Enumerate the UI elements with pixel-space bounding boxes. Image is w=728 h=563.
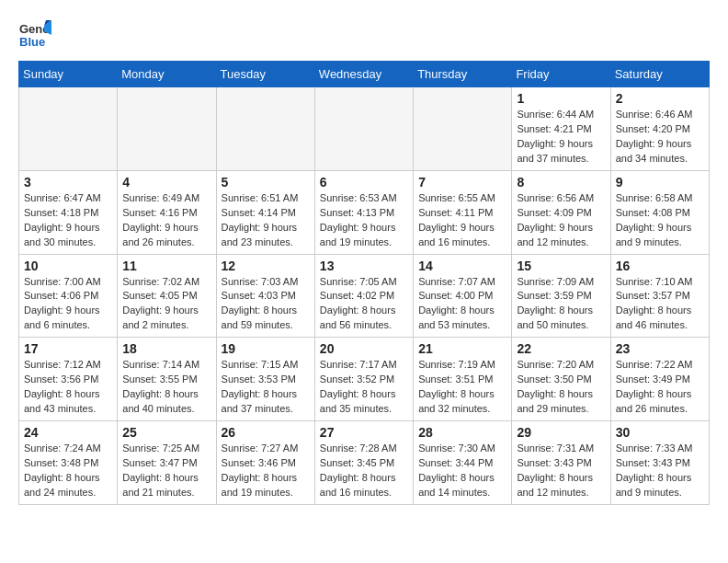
day-number: 16 bbox=[616, 259, 704, 273]
calendar-cell: 3Sunrise: 6:47 AM Sunset: 4:18 PM Daylig… bbox=[19, 170, 118, 254]
day-info: Sunrise: 7:03 AM Sunset: 4:03 PM Dayligh… bbox=[222, 275, 310, 334]
day-number: 23 bbox=[616, 341, 704, 356]
day-info: Sunrise: 7:14 AM Sunset: 3:55 PM Dayligh… bbox=[122, 358, 210, 417]
page-header: General Blue bbox=[18, 18, 710, 52]
svg-text:Blue: Blue bbox=[19, 35, 45, 49]
day-info: Sunrise: 6:47 AM Sunset: 4:18 PM Dayligh… bbox=[24, 191, 112, 250]
calendar-cell: 11Sunrise: 7:02 AM Sunset: 4:05 PM Dayli… bbox=[118, 254, 216, 338]
day-info: Sunrise: 7:07 AM Sunset: 4:00 PM Dayligh… bbox=[418, 275, 506, 334]
day-info: Sunrise: 7:20 AM Sunset: 3:50 PM Dayligh… bbox=[517, 358, 605, 417]
day-number: 30 bbox=[616, 425, 704, 440]
weekday-header-thursday: Thursday bbox=[414, 62, 512, 87]
day-info: Sunrise: 7:10 AM Sunset: 3:57 PM Dayligh… bbox=[616, 275, 704, 334]
day-info: Sunrise: 7:05 AM Sunset: 4:02 PM Dayligh… bbox=[320, 275, 408, 334]
calendar-cell: 9Sunrise: 6:58 AM Sunset: 4:08 PM Daylig… bbox=[610, 170, 709, 254]
day-number: 8 bbox=[517, 175, 605, 190]
day-info: Sunrise: 7:02 AM Sunset: 4:05 PM Dayligh… bbox=[122, 275, 210, 334]
day-number: 11 bbox=[122, 259, 210, 273]
calendar-cell bbox=[414, 87, 512, 171]
day-info: Sunrise: 7:19 AM Sunset: 3:51 PM Dayligh… bbox=[418, 358, 506, 417]
logo-icon: General Blue bbox=[18, 18, 51, 52]
day-info: Sunrise: 7:31 AM Sunset: 3:43 PM Dayligh… bbox=[517, 442, 605, 500]
day-number: 26 bbox=[222, 425, 310, 440]
calendar-cell bbox=[216, 87, 314, 171]
calendar-body: 1Sunrise: 6:44 AM Sunset: 4:21 PM Daylig… bbox=[19, 87, 710, 505]
calendar-cell: 30Sunrise: 7:33 AM Sunset: 3:43 PM Dayli… bbox=[610, 421, 709, 505]
day-number: 27 bbox=[320, 425, 408, 440]
day-info: Sunrise: 7:15 AM Sunset: 3:53 PM Dayligh… bbox=[222, 358, 310, 417]
day-number: 15 bbox=[517, 259, 605, 273]
day-number: 3 bbox=[24, 175, 112, 190]
day-number: 28 bbox=[418, 425, 506, 440]
day-info: Sunrise: 7:12 AM Sunset: 3:56 PM Dayligh… bbox=[24, 358, 112, 417]
calendar-cell: 25Sunrise: 7:25 AM Sunset: 3:47 PM Dayli… bbox=[118, 421, 216, 505]
day-info: Sunrise: 6:56 AM Sunset: 4:09 PM Dayligh… bbox=[517, 191, 605, 250]
weekday-header-tuesday: Tuesday bbox=[216, 62, 314, 87]
day-info: Sunrise: 7:17 AM Sunset: 3:52 PM Dayligh… bbox=[320, 358, 408, 417]
day-number: 2 bbox=[616, 91, 704, 106]
day-info: Sunrise: 7:28 AM Sunset: 3:45 PM Dayligh… bbox=[320, 442, 408, 500]
weekday-header-wednesday: Wednesday bbox=[314, 62, 413, 87]
calendar-cell: 22Sunrise: 7:20 AM Sunset: 3:50 PM Dayli… bbox=[512, 338, 610, 421]
calendar-cell: 17Sunrise: 7:12 AM Sunset: 3:56 PM Dayli… bbox=[19, 338, 118, 421]
day-info: Sunrise: 7:27 AM Sunset: 3:46 PM Dayligh… bbox=[222, 442, 310, 500]
calendar-cell: 5Sunrise: 6:51 AM Sunset: 4:14 PM Daylig… bbox=[216, 170, 314, 254]
calendar-cell: 19Sunrise: 7:15 AM Sunset: 3:53 PM Dayli… bbox=[216, 338, 314, 421]
week-row-3: 10Sunrise: 7:00 AM Sunset: 4:06 PM Dayli… bbox=[19, 254, 710, 338]
calendar-cell: 1Sunrise: 6:44 AM Sunset: 4:21 PM Daylig… bbox=[512, 87, 610, 171]
day-number: 5 bbox=[222, 175, 310, 190]
weekday-header-row: SundayMondayTuesdayWednesdayThursdayFrid… bbox=[19, 62, 710, 87]
day-number: 9 bbox=[616, 175, 704, 190]
day-info: Sunrise: 6:51 AM Sunset: 4:14 PM Dayligh… bbox=[222, 191, 310, 250]
day-number: 1 bbox=[517, 91, 605, 106]
calendar-table: SundayMondayTuesdayWednesdayThursdayFrid… bbox=[18, 61, 710, 505]
day-info: Sunrise: 6:49 AM Sunset: 4:16 PM Dayligh… bbox=[122, 191, 210, 250]
calendar-cell: 4Sunrise: 6:49 AM Sunset: 4:16 PM Daylig… bbox=[118, 170, 216, 254]
logo: General Blue bbox=[18, 18, 55, 52]
calendar-cell: 18Sunrise: 7:14 AM Sunset: 3:55 PM Dayli… bbox=[118, 338, 216, 421]
calendar-cell: 7Sunrise: 6:55 AM Sunset: 4:11 PM Daylig… bbox=[414, 170, 512, 254]
day-number: 18 bbox=[122, 341, 210, 356]
week-row-2: 3Sunrise: 6:47 AM Sunset: 4:18 PM Daylig… bbox=[19, 170, 710, 254]
calendar-cell: 12Sunrise: 7:03 AM Sunset: 4:03 PM Dayli… bbox=[216, 254, 314, 338]
calendar-cell: 23Sunrise: 7:22 AM Sunset: 3:49 PM Dayli… bbox=[610, 338, 709, 421]
day-number: 24 bbox=[24, 425, 112, 440]
calendar-cell: 6Sunrise: 6:53 AM Sunset: 4:13 PM Daylig… bbox=[314, 170, 413, 254]
day-info: Sunrise: 7:30 AM Sunset: 3:44 PM Dayligh… bbox=[418, 442, 506, 500]
week-row-5: 24Sunrise: 7:24 AM Sunset: 3:48 PM Dayli… bbox=[19, 421, 710, 505]
weekday-header-saturday: Saturday bbox=[610, 62, 709, 87]
day-info: Sunrise: 7:22 AM Sunset: 3:49 PM Dayligh… bbox=[616, 358, 704, 417]
weekday-header-monday: Monday bbox=[118, 62, 216, 87]
day-number: 29 bbox=[517, 425, 605, 440]
calendar-cell: 29Sunrise: 7:31 AM Sunset: 3:43 PM Dayli… bbox=[512, 421, 610, 505]
weekday-header-sunday: Sunday bbox=[19, 62, 118, 87]
day-number: 17 bbox=[24, 341, 112, 356]
calendar-cell: 8Sunrise: 6:56 AM Sunset: 4:09 PM Daylig… bbox=[512, 170, 610, 254]
calendar-cell: 21Sunrise: 7:19 AM Sunset: 3:51 PM Dayli… bbox=[414, 338, 512, 421]
day-info: Sunrise: 7:24 AM Sunset: 3:48 PM Dayligh… bbox=[24, 442, 112, 500]
calendar-cell: 20Sunrise: 7:17 AM Sunset: 3:52 PM Dayli… bbox=[314, 338, 413, 421]
day-number: 10 bbox=[24, 259, 112, 273]
day-number: 13 bbox=[320, 259, 408, 273]
calendar-cell: 10Sunrise: 7:00 AM Sunset: 4:06 PM Dayli… bbox=[19, 254, 118, 338]
calendar-cell: 16Sunrise: 7:10 AM Sunset: 3:57 PM Dayli… bbox=[610, 254, 709, 338]
day-number: 21 bbox=[418, 341, 506, 356]
weekday-header-friday: Friday bbox=[512, 62, 610, 87]
day-info: Sunrise: 6:53 AM Sunset: 4:13 PM Dayligh… bbox=[320, 191, 408, 250]
day-number: 14 bbox=[418, 259, 506, 273]
calendar-cell: 27Sunrise: 7:28 AM Sunset: 3:45 PM Dayli… bbox=[314, 421, 413, 505]
day-info: Sunrise: 7:25 AM Sunset: 3:47 PM Dayligh… bbox=[122, 442, 210, 500]
calendar-cell: 13Sunrise: 7:05 AM Sunset: 4:02 PM Dayli… bbox=[314, 254, 413, 338]
day-info: Sunrise: 6:55 AM Sunset: 4:11 PM Dayligh… bbox=[418, 191, 506, 250]
calendar-cell bbox=[118, 87, 216, 171]
day-info: Sunrise: 7:00 AM Sunset: 4:06 PM Dayligh… bbox=[24, 275, 112, 334]
day-info: Sunrise: 7:33 AM Sunset: 3:43 PM Dayligh… bbox=[616, 442, 704, 500]
day-info: Sunrise: 6:58 AM Sunset: 4:08 PM Dayligh… bbox=[616, 191, 704, 250]
week-row-1: 1Sunrise: 6:44 AM Sunset: 4:21 PM Daylig… bbox=[19, 87, 710, 171]
calendar-cell: 14Sunrise: 7:07 AM Sunset: 4:00 PM Dayli… bbox=[414, 254, 512, 338]
calendar-cell: 24Sunrise: 7:24 AM Sunset: 3:48 PM Dayli… bbox=[19, 421, 118, 505]
calendar-cell bbox=[19, 87, 118, 171]
calendar-cell bbox=[314, 87, 413, 171]
day-info: Sunrise: 6:44 AM Sunset: 4:21 PM Dayligh… bbox=[517, 108, 605, 167]
day-info: Sunrise: 7:09 AM Sunset: 3:59 PM Dayligh… bbox=[517, 275, 605, 334]
